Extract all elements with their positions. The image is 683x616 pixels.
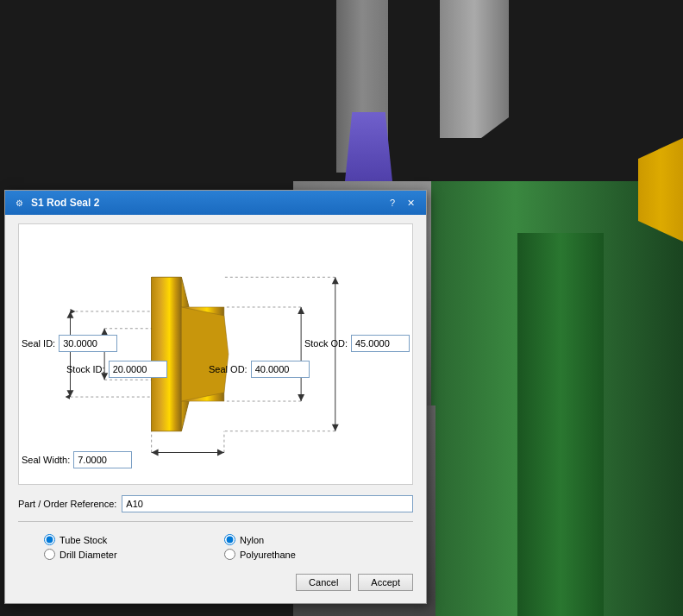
part-order-label: Part / Order Reference:: [18, 499, 116, 509]
diagram-area: Seal ID: Stock OD: Stock ID: Seal OD:: [18, 223, 413, 485]
tube-stock-radio[interactable]: [44, 534, 55, 545]
bg-green-inner: [517, 233, 604, 616]
tube-stock-label: Tube Stock: [60, 535, 107, 545]
seal-diagram: [19, 224, 412, 484]
svg-marker-30: [298, 394, 304, 401]
accept-button[interactable]: Accept: [358, 574, 413, 591]
drill-diameter-label: Drill Diameter: [60, 550, 117, 560]
radio-section: Tube Stock Nylon Drill Diameter Polyuret…: [18, 531, 413, 563]
cancel-button[interactable]: Cancel: [296, 574, 351, 591]
stock-od-input[interactable]: [351, 335, 410, 352]
stock-id-field: Stock ID:: [66, 361, 167, 378]
svg-rect-1: [152, 277, 182, 431]
svg-marker-24: [67, 390, 74, 397]
drill-diameter-radio[interactable]: [44, 549, 55, 560]
dialog-titlebar: ⚙ S1 Rod Seal 2 ? ✕: [5, 191, 426, 215]
seal-id-input[interactable]: [59, 335, 117, 352]
seal-id-field: Seal ID:: [22, 335, 117, 352]
seal-od-label: Seal OD:: [209, 364, 248, 374]
svg-marker-23: [67, 311, 74, 318]
help-button[interactable]: ?: [385, 197, 399, 209]
dialog-title: S1 Rod Seal 2: [31, 197, 385, 209]
bg-purple-seal: [345, 112, 392, 181]
polyurethane-radio[interactable]: [224, 549, 235, 560]
svg-marker-3: [181, 307, 229, 401]
title-controls: ? ✕: [385, 197, 419, 210]
part-order-row: Part / Order Reference:: [18, 495, 413, 512]
drill-diameter-option: Drill Diameter: [44, 549, 207, 560]
part-order-input[interactable]: [122, 495, 413, 512]
seal-width-input[interactable]: [73, 451, 132, 468]
close-button[interactable]: ✕: [403, 197, 419, 210]
nylon-radio[interactable]: [224, 534, 235, 545]
stock-od-label: Stock OD:: [304, 338, 348, 349]
stock-od-field: Stock OD:: [304, 335, 410, 352]
nylon-label: Nylon: [240, 535, 264, 545]
stock-id-label: Stock ID:: [66, 364, 105, 374]
nylon-option: Nylon: [224, 534, 387, 545]
separator-line: [18, 521, 413, 522]
polyurethane-label: Polyurethane: [240, 550, 296, 560]
dialog-content: Seal ID: Stock OD: Stock ID: Seal OD:: [5, 215, 426, 603]
buttons-row: Cancel Accept: [18, 570, 413, 594]
seal-od-input[interactable]: [251, 361, 310, 378]
svg-marker-29: [298, 307, 304, 314]
svg-marker-28: [332, 424, 339, 431]
seal-od-field: Seal OD:: [209, 361, 310, 378]
seal-id-label: Seal ID:: [22, 338, 55, 349]
svg-marker-32: [217, 449, 224, 456]
seal-width-label: Seal Width:: [22, 455, 70, 465]
dialog-app-icon: ⚙: [12, 196, 26, 210]
svg-marker-31: [152, 449, 159, 456]
tube-stock-option: Tube Stock: [44, 534, 207, 545]
stock-id-input[interactable]: [109, 361, 167, 378]
bg-gray-right-top: [440, 0, 509, 138]
svg-marker-27: [332, 277, 339, 284]
seal-width-field: Seal Width:: [22, 451, 132, 468]
polyurethane-option: Polyurethane: [224, 549, 387, 560]
dialog-window: ⚙ S1 Rod Seal 2 ? ✕: [4, 190, 427, 604]
